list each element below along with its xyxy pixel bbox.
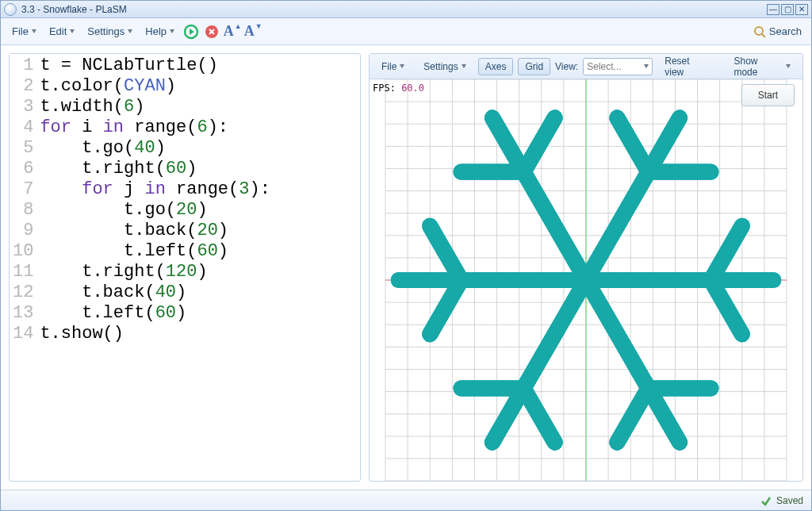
axes-toggle[interactable]: Axes xyxy=(478,58,514,75)
search-button[interactable]: Search xyxy=(750,24,805,40)
play-icon xyxy=(183,24,199,40)
menubar: File Edit Settings Help A▲ A▼ Search xyxy=(1,18,811,45)
svg-line-53 xyxy=(710,226,741,280)
caret-icon xyxy=(170,29,174,33)
search-label: Search xyxy=(769,25,802,37)
viewer-canvas[interactable]: FPS: 60.0 Start xyxy=(370,79,802,481)
svg-line-94 xyxy=(586,280,649,388)
viewer-settings-label: Settings xyxy=(423,61,458,72)
fps-readout: FPS: 60.0 xyxy=(373,83,424,94)
show-mode-button[interactable]: Show mode xyxy=(726,52,798,81)
window-title: 3.3 - Snowflake - PLaSM xyxy=(21,4,765,15)
viewer-toolbar: File Settings Axes Grid View: Select... … xyxy=(370,54,802,79)
font-increase-icon: A▲ xyxy=(224,23,242,40)
menu-settings-label: Settings xyxy=(87,25,124,37)
caret-icon xyxy=(400,64,404,68)
status-text: Saved xyxy=(776,495,803,506)
titlebar: 3.3 - Snowflake - PLaSM — ▢ ✕ xyxy=(1,1,811,18)
menu-help-label: Help xyxy=(145,25,167,37)
view-select-placeholder: Select... xyxy=(587,61,621,72)
svg-line-73 xyxy=(430,226,461,280)
fps-value: 60.0 xyxy=(401,83,424,94)
run-button[interactable] xyxy=(182,23,200,40)
svg-line-61 xyxy=(617,118,648,172)
grid-label: Grid xyxy=(525,61,543,72)
svg-line-62 xyxy=(586,172,649,280)
reset-view-button[interactable]: Reset view xyxy=(657,52,717,81)
code-editor[interactable]: 1234567891011121314 t = NCLabTurtle()t.c… xyxy=(9,53,361,482)
viewer-settings[interactable]: Settings xyxy=(416,58,473,75)
viewer-file[interactable]: File xyxy=(374,58,412,75)
fps-label: FPS: xyxy=(373,83,396,94)
grid-toggle[interactable]: Grid xyxy=(518,58,550,75)
code-content: 1234567891011121314 t = NCLabTurtle()t.c… xyxy=(10,54,360,346)
app-window: 3.3 - Snowflake - PLaSM — ▢ ✕ File Edit … xyxy=(0,0,812,511)
stop-icon xyxy=(205,25,219,39)
svg-line-6 xyxy=(762,34,765,37)
search-icon xyxy=(753,25,766,38)
font-increase-button[interactable]: A▲ xyxy=(224,23,241,40)
scene-svg xyxy=(370,79,802,481)
caret-icon xyxy=(32,29,36,33)
svg-line-77 xyxy=(430,280,461,334)
viewer-file-label: File xyxy=(381,61,396,72)
svg-line-65 xyxy=(523,118,554,172)
app-icon xyxy=(4,3,17,16)
svg-marker-1 xyxy=(190,29,194,35)
code-source[interactable]: t = NCLabTurtle()t.color(CYAN)t.width(6)… xyxy=(40,54,273,346)
minimize-button[interactable]: — xyxy=(767,4,779,15)
viewer-panel: File Settings Axes Grid View: Select... … xyxy=(369,53,803,482)
caret-icon xyxy=(786,64,791,68)
svg-line-70 xyxy=(523,172,586,280)
check-icon xyxy=(760,495,772,506)
line-number-gutter: 1234567891011121314 xyxy=(10,54,40,346)
svg-point-5 xyxy=(755,27,763,35)
view-select[interactable]: Select... xyxy=(583,58,653,75)
svg-line-85 xyxy=(523,388,554,442)
menu-edit-label: Edit xyxy=(49,25,67,37)
font-decrease-button[interactable]: A▼ xyxy=(244,23,262,40)
maximize-button[interactable]: ▢ xyxy=(781,4,794,15)
caret-icon xyxy=(462,64,466,68)
menu-file-label: File xyxy=(12,25,29,37)
statusbar: Saved xyxy=(1,490,811,510)
reset-view-label: Reset view xyxy=(665,56,710,78)
font-decrease-icon: A▼ xyxy=(244,23,262,40)
svg-line-86 xyxy=(523,280,586,388)
close-button[interactable]: ✕ xyxy=(795,4,808,15)
axes-label: Axes xyxy=(485,61,507,72)
menu-file[interactable]: File xyxy=(7,22,41,40)
view-label: View: xyxy=(555,61,578,72)
menu-settings[interactable]: Settings xyxy=(82,22,137,40)
body: 1234567891011121314 t = NCLabTurtle()t.c… xyxy=(1,45,811,490)
caret-icon xyxy=(644,64,649,68)
svg-line-49 xyxy=(710,280,741,334)
stop-button[interactable] xyxy=(203,23,220,40)
menu-help[interactable]: Help xyxy=(140,22,179,40)
svg-line-89 xyxy=(617,388,648,442)
start-label: Start xyxy=(758,90,778,101)
caret-icon xyxy=(70,29,75,33)
menu-edit[interactable]: Edit xyxy=(44,22,79,40)
caret-icon xyxy=(128,29,132,33)
start-button[interactable]: Start xyxy=(741,84,795,106)
show-mode-label: Show mode xyxy=(733,56,783,78)
